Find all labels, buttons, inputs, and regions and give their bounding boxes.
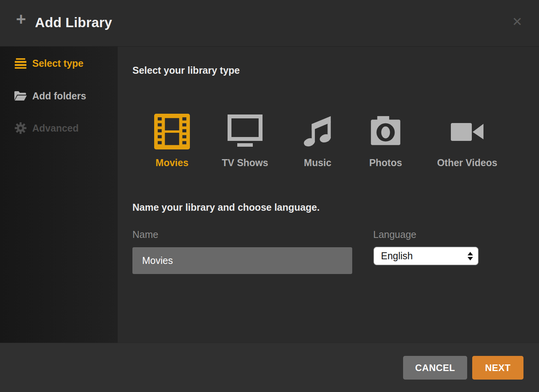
plus-icon: + bbox=[14, 13, 28, 27]
cancel-button[interactable]: CANCEL bbox=[403, 356, 467, 380]
language-select[interactable]: English bbox=[374, 247, 478, 265]
gear-icon bbox=[14, 122, 27, 134]
camcorder-icon bbox=[434, 114, 500, 149]
sidebar-item-label: Select type bbox=[32, 58, 83, 69]
library-type-label: Movies bbox=[139, 157, 205, 168]
close-icon[interactable]: ✕ bbox=[509, 14, 525, 29]
music-icon bbox=[285, 114, 351, 149]
film-icon bbox=[139, 114, 205, 149]
sidebar-item-label: Add folders bbox=[32, 90, 86, 102]
step-content: Select your library type bbox=[118, 47, 539, 343]
library-type-label: Photos bbox=[353, 157, 419, 168]
sidebar-item-select-type[interactable]: Select type bbox=[14, 54, 83, 73]
language-selected-value: English bbox=[374, 250, 465, 262]
library-type-label: Other Videos bbox=[434, 157, 500, 168]
library-type-label: TV Shows bbox=[212, 157, 278, 168]
dialog-header: + Add Library ✕ bbox=[0, 0, 539, 47]
name-language-heading: Name your library and choose language. bbox=[132, 202, 320, 213]
folder-icon bbox=[14, 90, 27, 102]
next-button[interactable]: NEXT bbox=[472, 356, 523, 380]
wizard-steps-sidebar: Select type Add folders bbox=[0, 47, 118, 343]
sidebar-item-label: Advanced bbox=[32, 123, 78, 134]
dialog-title: Add Library bbox=[35, 15, 112, 30]
add-library-dialog: + Add Library ✕ Select type bbox=[0, 0, 539, 392]
library-type-tv-shows[interactable]: TV Shows bbox=[212, 114, 278, 168]
library-type-movies[interactable]: Movies bbox=[139, 114, 205, 168]
select-spinner-icon bbox=[465, 252, 478, 260]
tv-icon bbox=[212, 114, 278, 149]
language-label: Language bbox=[373, 229, 416, 240]
dialog-footer: CANCEL NEXT bbox=[0, 343, 539, 392]
list-icon bbox=[14, 57, 27, 69]
sidebar-item-advanced: Advanced bbox=[14, 118, 78, 138]
sidebar-item-add-folders[interactable]: Add folders bbox=[14, 86, 86, 106]
camera-icon bbox=[353, 114, 419, 149]
name-label: Name bbox=[132, 229, 158, 240]
library-type-label: Music bbox=[285, 157, 351, 168]
library-type-other-videos[interactable]: Other Videos bbox=[434, 114, 500, 168]
library-type-music[interactable]: Music bbox=[285, 114, 351, 168]
library-type-heading: Select your library type bbox=[132, 65, 240, 76]
library-type-photos[interactable]: Photos bbox=[353, 114, 419, 168]
library-name-input[interactable] bbox=[132, 247, 352, 274]
